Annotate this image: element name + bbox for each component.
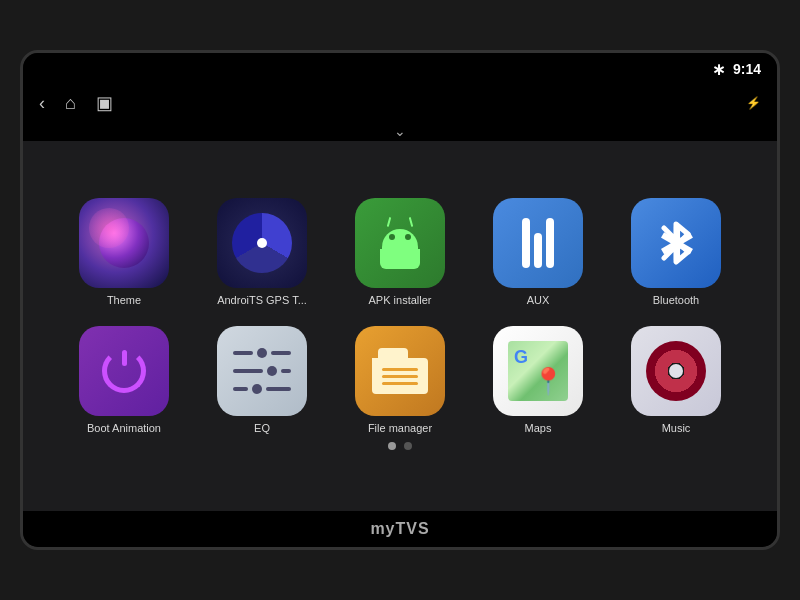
- app-icon-androits: [217, 198, 307, 288]
- app-item-maps[interactable]: G 📍 Maps: [474, 326, 602, 434]
- android-head: [380, 217, 420, 269]
- notification-icon: ⚡: [746, 96, 761, 110]
- app-item-aux[interactable]: AUX: [474, 198, 602, 306]
- app-label-aux: AUX: [527, 294, 550, 306]
- page-indicator: [388, 434, 412, 454]
- chevron-down-icon: ⌄: [394, 123, 406, 139]
- back-button[interactable]: ‹: [39, 93, 45, 114]
- folder-line-3: [382, 382, 418, 385]
- app-label-eq: EQ: [254, 422, 270, 434]
- eq-line-1: [233, 348, 291, 358]
- folder-top: [378, 348, 408, 358]
- app-icon-boot: [79, 326, 169, 416]
- eq-lines: [233, 348, 291, 394]
- bluetooth-status-icon: ∗: [712, 60, 725, 79]
- app-label-maps: Maps: [525, 422, 552, 434]
- eq-bar-6: [266, 387, 291, 391]
- aux-bars: [522, 218, 554, 268]
- music-disc: [646, 341, 706, 401]
- android-body-top: [382, 229, 418, 249]
- app-item-eq[interactable]: EQ: [198, 326, 326, 434]
- bottom-bar: myTVS: [23, 511, 777, 547]
- power-symbol: [102, 349, 146, 393]
- map-pin-icon: 📍: [532, 366, 564, 397]
- nav-bar: ‹ ⌂ ▣ ⚡: [23, 85, 777, 121]
- recents-button[interactable]: ▣: [96, 92, 113, 114]
- app-item-androits[interactable]: AndroiTS GPS T...: [198, 198, 326, 306]
- bluetooth-svg: [654, 218, 698, 268]
- app-icon-theme: [79, 198, 169, 288]
- app-label-filemanager: File manager: [368, 422, 432, 434]
- app-item-theme[interactable]: Theme: [60, 198, 188, 306]
- app-label-androits: AndroiTS GPS T...: [217, 294, 307, 306]
- eq-bar-3: [233, 369, 263, 373]
- status-time: 9:14: [733, 61, 761, 77]
- android-antenna: [388, 217, 412, 227]
- eq-circle-1: [257, 348, 267, 358]
- app-item-bluetooth[interactable]: ∗ Bluetooth: [612, 198, 740, 306]
- brand-suffix: TVS: [396, 520, 430, 537]
- aux-bar-2: [534, 233, 542, 268]
- eq-circle-3: [252, 384, 262, 394]
- status-bar: ∗ 9:14: [23, 53, 777, 85]
- aux-bar-3: [546, 218, 554, 268]
- page-dot-2: [404, 442, 412, 450]
- app-grid: Theme AndroiTS GPS T...: [60, 198, 740, 434]
- app-item-apk[interactable]: APK installer: [336, 198, 464, 306]
- app-item-boot[interactable]: Boot Animation: [60, 326, 188, 434]
- app-label-bluetooth: Bluetooth: [653, 294, 699, 306]
- android-body-bottom: [380, 249, 420, 269]
- google-g-logo: G: [514, 347, 528, 368]
- app-icon-apk: [355, 198, 445, 288]
- androits-inner: [232, 213, 292, 273]
- app-grid-container: Theme AndroiTS GPS T...: [23, 141, 777, 511]
- app-label-music: Music: [662, 422, 691, 434]
- brand-prefix: my: [370, 520, 395, 537]
- maps-content: G 📍: [508, 341, 568, 401]
- androits-dot: [257, 238, 267, 248]
- eq-bar-5: [233, 387, 248, 391]
- app-item-music[interactable]: Music: [612, 326, 740, 434]
- eq-bar-4: [281, 369, 291, 373]
- app-label-apk: APK installer: [369, 294, 432, 306]
- app-icon-aux: [493, 198, 583, 288]
- eq-line-2: [233, 366, 291, 376]
- app-icon-filemanager: [355, 326, 445, 416]
- page-dot-1: [388, 442, 396, 450]
- home-button[interactable]: ⌂: [65, 93, 76, 114]
- app-icon-maps: G 📍: [493, 326, 583, 416]
- folder-shape: [372, 348, 428, 394]
- folder-line-2: [382, 375, 418, 378]
- car-screen: ∗ 9:14 ‹ ⌂ ▣ ⚡ ⌄ Theme: [20, 50, 780, 550]
- app-icon-bluetooth: ∗: [631, 198, 721, 288]
- eq-circle-2: [267, 366, 277, 376]
- eq-bar-1: [233, 351, 253, 355]
- aux-bar-1: [522, 218, 530, 268]
- brand-name: myTVS: [370, 520, 429, 538]
- eq-bar-2: [271, 351, 291, 355]
- folder-body: [372, 358, 428, 394]
- app-item-filemanager[interactable]: File manager: [336, 326, 464, 434]
- app-label-theme: Theme: [107, 294, 141, 306]
- chevron-down-area: ⌄: [23, 121, 777, 141]
- app-icon-music: [631, 326, 721, 416]
- folder-line-1: [382, 368, 418, 371]
- app-label-boot: Boot Animation: [87, 422, 161, 434]
- app-icon-eq: [217, 326, 307, 416]
- eq-line-3: [233, 384, 291, 394]
